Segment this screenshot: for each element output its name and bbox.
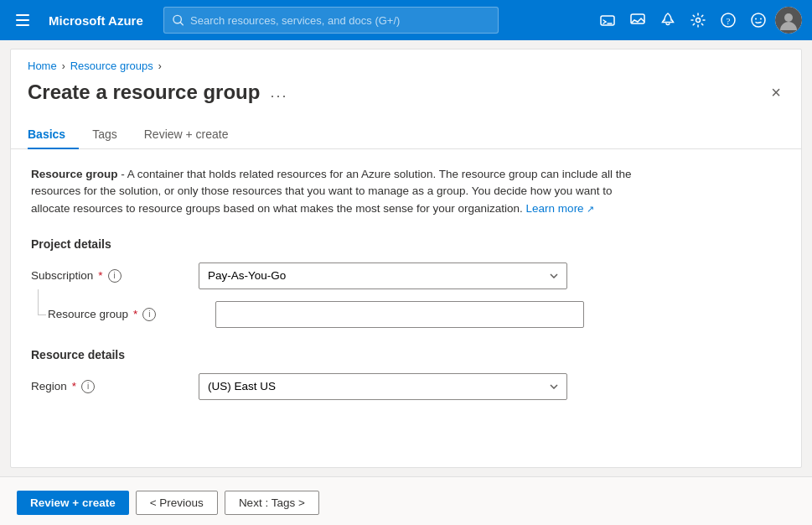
user-avatar[interactable] [775,7,802,34]
resource-group-required: * [133,308,137,320]
project-details-title: Project details [31,237,781,251]
next-button[interactable]: Next : Tags > [225,491,319,515]
svg-point-15 [784,13,793,22]
learn-more-link[interactable]: Learn more [526,202,594,215]
resource-group-label-text: Resource group [48,308,128,320]
resource-group-info-icon[interactable]: i [142,308,156,321]
page-header: Create a resource group ... × [11,72,801,104]
top-navigation: Microsoft Azure [0,0,812,40]
resource-details-title: Resource details [31,348,781,361]
feedback-smiley-icon[interactable] [745,7,772,34]
subscription-label-text: Subscription [31,269,93,282]
subscription-control: Pay-As-You-Go Free Trial Visual Studio E… [199,262,567,289]
resource-group-label: Resource group * i [48,308,215,321]
search-icon [173,14,184,26]
subscription-required: * [98,269,102,282]
action-bar: Review + create < Previous Next : Tags > [0,476,812,525]
svg-text:?: ? [727,16,731,26]
breadcrumb-resource-groups[interactable]: Resource groups [70,60,153,72]
svg-point-12 [755,18,757,20]
svg-rect-1 [16,19,29,21]
resource-group-input[interactable] [215,301,584,328]
region-info-icon[interactable]: i [81,380,95,393]
tab-basics[interactable]: Basics [28,121,79,149]
subscription-select[interactable]: Pay-As-You-Go Free Trial Visual Studio E… [199,262,567,289]
subscription-group: Subscription * i Pay-As-You-Go Free Tria… [31,262,781,289]
settings-icon[interactable] [685,7,711,34]
subscription-label: Subscription * i [31,269,199,283]
help-icon[interactable]: ? [715,7,742,34]
main-panel: Home › Resource groups › Create a resour… [10,49,802,468]
region-label-text: Region [31,380,67,392]
app-logo: Microsoft Azure [42,13,150,28]
svg-rect-0 [16,14,29,16]
svg-point-13 [760,18,762,20]
hamburger-menu[interactable] [10,8,35,33]
breadcrumb: Home › Resource groups › [11,49,801,72]
form-area: Resource group - A container that holds … [11,149,801,467]
resource-group-group: Resource group * i [48,301,781,328]
subscription-info-icon[interactable]: i [108,269,122,283]
svg-rect-2 [16,24,29,26]
nav-icon-group: ? [594,7,802,34]
tab-tags[interactable]: Tags [79,121,131,149]
page-title-row: Create a resource group ... [28,81,287,104]
breadcrumb-home[interactable]: Home [28,60,57,72]
region-control: (US) East US (US) East US 2 (US) West US… [199,373,567,400]
notifications-icon[interactable] [654,7,681,34]
feedback-icon[interactable] [624,7,651,34]
svg-line-4 [180,23,183,25]
review-create-button[interactable]: Review + create [17,491,129,515]
region-required: * [72,380,76,392]
description-text: Resource group - A container that holds … [31,166,634,217]
region-label: Region * i [31,380,199,393]
svg-point-8 [696,18,701,23]
previous-button[interactable]: < Previous [136,491,218,515]
region-group: Region * i (US) East US (US) East US 2 (… [31,373,781,400]
tab-review-create[interactable]: Review + create [131,121,242,149]
region-select[interactable]: (US) East US (US) East US 2 (US) West US… [199,373,567,400]
page-more-menu[interactable]: ... [270,84,287,101]
page-title: Create a resource group [28,81,260,104]
svg-point-11 [752,13,765,27]
cloud-shell-icon[interactable] [594,7,621,34]
tab-bar: Basics Tags Review + create [11,104,801,149]
desc-dash: - [118,168,125,180]
desc-bold: Resource group [31,168,118,180]
search-bar[interactable] [163,7,499,34]
breadcrumb-sep-1: › [62,60,65,72]
resource-group-control [215,301,584,328]
close-button[interactable]: × [768,81,784,104]
search-input[interactable] [190,14,489,27]
breadcrumb-sep-2: › [158,60,162,72]
